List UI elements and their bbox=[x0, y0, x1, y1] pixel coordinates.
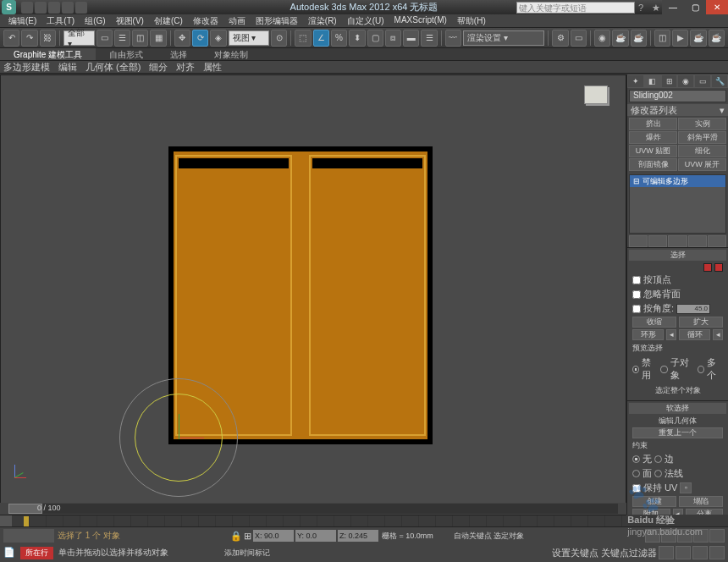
minimize-button[interactable]: — bbox=[662, 0, 684, 14]
configure-icon[interactable] bbox=[708, 235, 726, 247]
ribbon-tab-graphite[interactable]: Graphite 建模工具 bbox=[0, 48, 96, 60]
rotate-gizmo[interactable] bbox=[119, 378, 238, 497]
render-iterative-button[interactable]: ☕ bbox=[631, 30, 647, 47]
selection-filter-dropdown[interactable]: 全部 ▾ bbox=[63, 30, 95, 46]
modifier-list-dropdown[interactable]: 修改器列表▾ bbox=[627, 104, 728, 116]
constraint-face-radio[interactable] bbox=[632, 470, 640, 477]
window-crossing-button[interactable]: ▦ bbox=[150, 30, 166, 47]
menu-rendering[interactable]: 渲染(R) bbox=[303, 14, 342, 27]
selection-header[interactable]: 选择 bbox=[629, 250, 726, 261]
tab-create-icon[interactable]: ✦ bbox=[627, 74, 644, 88]
mod-bevel-button[interactable]: 斜角平滑 bbox=[678, 131, 726, 144]
percent-snap-button[interactable]: % bbox=[331, 30, 347, 47]
soft-selection-header[interactable]: 软选择 bbox=[629, 403, 726, 414]
menu-animation[interactable]: 动画 bbox=[223, 14, 251, 27]
ribbon-align[interactable]: 对齐 bbox=[176, 61, 195, 74]
play-button[interactable] bbox=[677, 529, 692, 543]
ignore-backfacing-checkbox[interactable] bbox=[632, 290, 641, 299]
qat-redo-icon[interactable] bbox=[75, 2, 87, 14]
detach-button[interactable]: 分离 bbox=[686, 509, 724, 515]
angle-snap-button[interactable]: ∠ bbox=[313, 30, 329, 47]
preview-off-radio[interactable] bbox=[632, 366, 639, 373]
curve-editor-button[interactable]: 〰 bbox=[445, 30, 461, 47]
ribbon-edit[interactable]: 编辑 bbox=[58, 61, 77, 74]
attach-button[interactable]: 附加 bbox=[632, 509, 670, 515]
ref-coord-dropdown[interactable]: 视图 ▾ bbox=[229, 30, 269, 46]
constraint-normal-radio[interactable] bbox=[654, 470, 662, 477]
ring-button[interactable]: 环形 bbox=[632, 329, 664, 340]
mod-explode-button[interactable]: 爆炸 bbox=[629, 131, 677, 144]
ribbon-geometry[interactable]: 几何体 (全部) bbox=[85, 61, 141, 74]
named-sets-button[interactable]: ▢ bbox=[367, 30, 383, 47]
attach-list-button[interactable]: ◂ bbox=[673, 509, 683, 515]
ribbon-tab-freeform[interactable]: 自由形式 bbox=[96, 48, 157, 60]
goto-end-button[interactable] bbox=[709, 529, 725, 543]
z-coord-input[interactable]: Z: 0.245 bbox=[338, 530, 378, 542]
pin-stack-icon[interactable] bbox=[629, 235, 648, 247]
use-center-button[interactable]: ⊙ bbox=[271, 30, 287, 47]
ribbon-subdiv[interactable]: 细分 bbox=[149, 61, 168, 74]
shrink-button[interactable]: 收缩 bbox=[632, 317, 676, 328]
menu-help[interactable]: 帮助(H) bbox=[452, 14, 491, 27]
close-button[interactable]: ✕ bbox=[706, 0, 728, 14]
next-frame-button[interactable] bbox=[693, 529, 709, 543]
stack-editable-poly[interactable]: ⊟ 可编辑多边形 bbox=[630, 175, 725, 187]
help-search-input[interactable]: 键入关键字或短语 bbox=[516, 2, 635, 14]
preview-multi-radio[interactable] bbox=[698, 366, 704, 373]
repeat-last-button[interactable]: 重复上一个 bbox=[632, 427, 723, 438]
render-last-button[interactable]: ▶ bbox=[672, 30, 688, 47]
render-setup-button[interactable]: ⚙ bbox=[552, 30, 568, 47]
teapot-icon[interactable]: ☕ bbox=[709, 30, 725, 47]
qat-open-icon[interactable] bbox=[35, 2, 47, 14]
subobj-polygon-icon[interactable] bbox=[703, 263, 712, 272]
menu-edit[interactable]: 编辑(E) bbox=[3, 14, 41, 27]
app-logo-icon[interactable]: S bbox=[2, 0, 16, 14]
menu-grapheditors[interactable]: 图形编辑器 bbox=[251, 14, 303, 27]
mod-uvwmap-button[interactable]: UVW 贴图 bbox=[629, 145, 677, 157]
grow-button[interactable]: 扩大 bbox=[679, 317, 723, 328]
ring-spinner[interactable]: ◂ bbox=[666, 329, 676, 340]
menu-customize[interactable]: 自定义(U) bbox=[342, 14, 389, 27]
tab-display-icon[interactable]: ▭ bbox=[694, 74, 711, 88]
mirror-button[interactable]: ⧈ bbox=[385, 30, 401, 47]
quick-render-button[interactable]: ☕ bbox=[690, 30, 706, 47]
by-vertex-checkbox[interactable] bbox=[632, 276, 641, 284]
goto-start-button[interactable] bbox=[645, 529, 660, 543]
trackbar[interactable] bbox=[0, 515, 626, 526]
render-preset-dropdown[interactable]: 渲染设置 ▾ bbox=[463, 30, 544, 46]
loop-spinner[interactable]: ◂ bbox=[713, 329, 723, 340]
constraint-none-radio[interactable] bbox=[632, 455, 640, 463]
y-coord-input[interactable]: Y: 0.0 bbox=[295, 530, 336, 542]
nav-maximize-button[interactable] bbox=[709, 546, 725, 559]
undo-button[interactable]: ↶ bbox=[3, 30, 19, 47]
ribbon-properties[interactable]: 属性 bbox=[203, 61, 222, 74]
link-button[interactable]: ⛓ bbox=[40, 30, 56, 47]
mod-uvwunwrap-button[interactable]: UVW 展开 bbox=[678, 158, 726, 171]
mod-refine-button[interactable]: 细化 bbox=[678, 145, 726, 157]
viewport[interactable] bbox=[0, 74, 626, 511]
help-icon[interactable]: ? bbox=[638, 3, 648, 13]
preserve-uv-settings[interactable]: ▫ bbox=[680, 482, 692, 493]
nav-pan-button[interactable] bbox=[659, 546, 674, 559]
object-name-field[interactable]: Sliding002 bbox=[629, 90, 726, 102]
ribbon-tab-selection[interactable]: 选择 bbox=[157, 48, 201, 60]
time-slider[interactable]: 0 / 100 bbox=[0, 503, 626, 515]
tab-modify-icon[interactable]: ◧ bbox=[644, 74, 661, 88]
prev-frame-button[interactable] bbox=[661, 529, 676, 543]
menu-maxscript[interactable]: MAXScript(M) bbox=[389, 14, 452, 27]
x-coord-input[interactable]: X: 90.0 bbox=[253, 530, 294, 542]
subobj-element-icon[interactable] bbox=[714, 263, 723, 272]
star-icon[interactable]: ★ bbox=[652, 3, 662, 13]
autokey-mode-indicator[interactable]: 所在行 bbox=[20, 547, 53, 559]
select-region-button[interactable]: ◫ bbox=[132, 30, 148, 47]
create-button[interactable]: 创建 bbox=[632, 496, 676, 507]
redo-button[interactable]: ↷ bbox=[21, 30, 37, 47]
render-production-button[interactable]: ☕ bbox=[612, 30, 628, 47]
preserve-uv-checkbox[interactable] bbox=[632, 484, 641, 493]
material-editor-button[interactable]: ◉ bbox=[594, 30, 610, 47]
make-unique-icon[interactable] bbox=[668, 235, 687, 247]
tab-utilities-icon[interactable]: 🔧 bbox=[711, 74, 728, 88]
add-time-tag[interactable]: 添加时间标记 bbox=[224, 548, 270, 559]
modifier-stack[interactable]: ⊟ 可编辑多边形 bbox=[629, 174, 726, 234]
show-end-icon[interactable] bbox=[648, 235, 667, 247]
